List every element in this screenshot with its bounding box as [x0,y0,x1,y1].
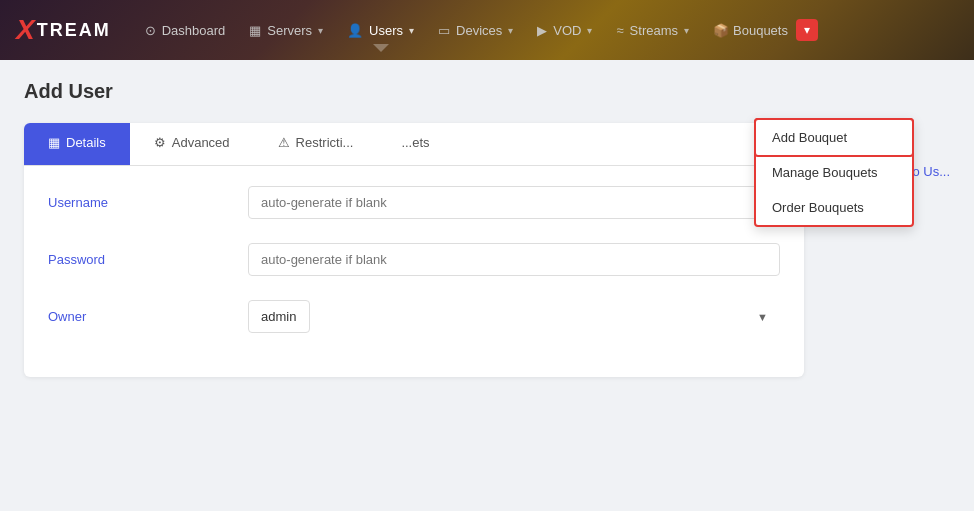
owner-row: Owner admin [48,300,780,333]
owner-select-wrapper: admin [248,300,780,333]
streams-chevron-icon: ▾ [684,25,689,36]
main-content: Add User Back to Us... ▦ Details ⚙ Advan… [0,60,974,397]
dashboard-icon: ⊙ [145,23,156,38]
users-icon: 👤 [347,23,363,38]
servers-icon: ▦ [249,23,261,38]
nav-label-dashboard: Dashboard [162,23,226,38]
page-title: Add User [24,80,950,103]
nav-label-users: Users [369,23,403,38]
nav-item-servers[interactable]: ▦ Servers ▾ [239,17,333,44]
dropdown-item-add-bouquet[interactable]: Add Bouquet [754,118,914,157]
dropdown-item-manage-bouquets[interactable]: Manage Bouquets [756,155,912,190]
restrictions-tab-icon: ⚠ [278,135,290,150]
tab-details-label: Details [66,135,106,150]
bouquets-dropdown-menu: Add Bouquet Manage Bouquets Order Bouque… [754,118,914,227]
username-label: Username [48,195,248,210]
nav-item-devices[interactable]: ▭ Devices ▾ [428,17,523,44]
password-label: Password [48,252,248,267]
nav-label-vod: VOD [553,23,581,38]
tab-advanced[interactable]: ⚙ Advanced [130,123,254,165]
nav-item-dashboard[interactable]: ⊙ Dashboard [135,17,236,44]
nav-item-vod[interactable]: ▶ VOD ▾ [527,17,602,44]
advanced-tab-icon: ⚙ [154,135,166,150]
users-chevron-icon: ▾ [409,25,414,36]
streams-icon: ≈ [616,23,623,38]
tab-bouquets-label: ...ets [401,135,429,150]
username-row: Username [48,186,780,219]
users-active-indicator [373,44,389,52]
tab-advanced-label: Advanced [172,135,230,150]
bouquets-dropdown-button[interactable]: ▾ [796,19,818,41]
tab-restrictions-label: Restricti... [296,135,354,150]
tab-bouquets[interactable]: ...ets [377,123,453,165]
nav-label-bouquets: Bouquets [733,23,788,38]
header: X TREAM ⊙ Dashboard ▦ Servers ▾ 👤 Users … [0,0,974,60]
devices-icon: ▭ [438,23,450,38]
add-user-card: ▦ Details ⚙ Advanced ⚠ Restricti... ...e… [24,123,804,377]
tab-restrictions[interactable]: ⚠ Restricti... [254,123,378,165]
devices-chevron-icon: ▾ [508,25,513,36]
password-row: Password [48,243,780,276]
nav-item-users[interactable]: 👤 Users ▾ [337,17,424,44]
nav-item-streams[interactable]: ≈ Streams ▾ [606,17,699,44]
tab-details[interactable]: ▦ Details [24,123,130,165]
vod-icon: ▶ [537,23,547,38]
servers-chevron-icon: ▾ [318,25,323,36]
owner-select[interactable]: admin [248,300,310,333]
logo: X TREAM [16,14,111,46]
vod-chevron-icon: ▾ [587,25,592,36]
username-input[interactable] [248,186,780,219]
nav-label-devices: Devices [456,23,502,38]
main-nav: ⊙ Dashboard ▦ Servers ▾ 👤 Users ▾ ▭ Devi… [135,17,958,44]
logo-tream: TREAM [37,20,111,41]
details-tab-icon: ▦ [48,135,60,150]
nav-item-bouquets[interactable]: 📦 Bouquets [703,17,798,44]
nav-label-servers: Servers [267,23,312,38]
dropdown-item-order-bouquets[interactable]: Order Bouquets [756,190,912,225]
bouquets-icon: 📦 [713,23,729,38]
nav-item-bouquets-group: 📦 Bouquets ▾ [703,17,818,44]
owner-label: Owner [48,309,248,324]
form-body: Username Password Owner admin [24,166,804,377]
logo-x: X [16,14,35,46]
password-input[interactable] [248,243,780,276]
nav-label-streams: Streams [630,23,678,38]
tab-bar: ▦ Details ⚙ Advanced ⚠ Restricti... ...e… [24,123,804,166]
